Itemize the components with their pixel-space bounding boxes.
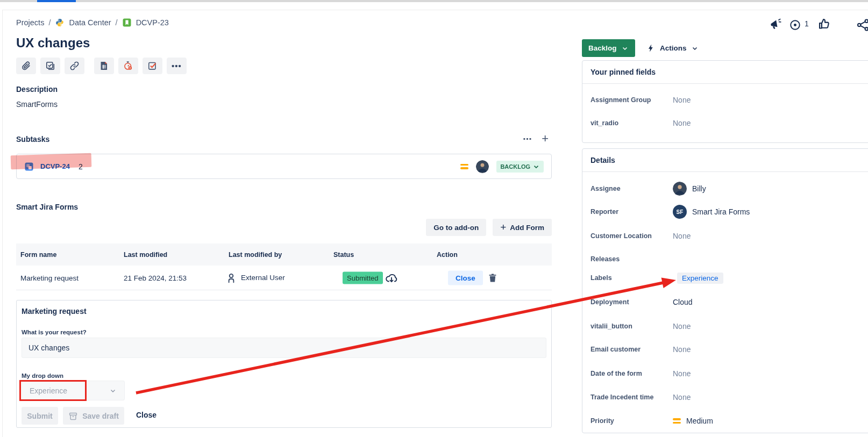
more-actions-button[interactable]: ••• bbox=[167, 58, 187, 74]
assignee-name: Billy bbox=[692, 184, 706, 193]
watch-count: 1 bbox=[805, 19, 809, 28]
col-action: Action bbox=[437, 251, 458, 259]
vote-button[interactable] bbox=[817, 17, 830, 31]
add-form-label: Add Form bbox=[510, 224, 544, 232]
col-last-modified-by: Last modified by bbox=[229, 251, 282, 259]
priority-value[interactable]: Medium bbox=[673, 417, 713, 425]
chevron-down-icon bbox=[621, 45, 629, 52]
subtask-status-dropdown[interactable]: BACKLOG bbox=[496, 161, 544, 173]
subtask-status-label: BACKLOG bbox=[500, 163, 530, 170]
subtask-row[interactable]: DCVP-24 2 BACKLOG bbox=[16, 154, 552, 179]
download-cloud-icon[interactable] bbox=[385, 271, 398, 284]
watch-button[interactable] bbox=[789, 19, 801, 31]
form-document-icon bbox=[99, 61, 109, 71]
request-input[interactable] bbox=[22, 338, 546, 358]
field-label: Email customer bbox=[590, 346, 673, 353]
dropdown-value: Experience bbox=[30, 386, 67, 395]
field-row-reporter: Reporter SF Smart Jira Forms bbox=[590, 205, 868, 219]
field-value[interactable]: None bbox=[673, 232, 691, 240]
goto-addon-button[interactable]: Go to add-on bbox=[426, 219, 486, 236]
subtasks-add-icon[interactable]: + bbox=[542, 133, 549, 144]
field-row-assignee: Assignee Billy bbox=[590, 182, 868, 196]
goto-addon-label: Go to add-on bbox=[433, 224, 479, 232]
attach-button[interactable] bbox=[16, 58, 36, 74]
top-border bbox=[0, 0, 868, 2]
table-row: Marketing request 21 Feb 2024, 21:53 Ext… bbox=[16, 266, 552, 290]
field-value[interactable]: None bbox=[673, 96, 691, 104]
field-row-vitalii-button: vitalii_button None bbox=[590, 319, 868, 333]
breadcrumb-separator: / bbox=[48, 18, 51, 27]
page-title[interactable]: UX changes bbox=[16, 35, 90, 51]
field-label: Customer Location bbox=[590, 232, 673, 240]
breadcrumb-projects[interactable]: Projects bbox=[16, 18, 44, 27]
tab-indicator bbox=[37, 0, 76, 2]
subtask-key-link[interactable]: DCVP-24 bbox=[40, 162, 70, 170]
my-dropdown-select[interactable]: Experience bbox=[22, 381, 125, 400]
field-label: vitalii_button bbox=[590, 323, 673, 330]
megaphone-icon bbox=[769, 18, 782, 31]
form-card-title: Marketing request bbox=[22, 307, 87, 316]
smart-forms-heading: Smart Jira Forms bbox=[16, 203, 78, 211]
subtasks-actions: ⋯ + bbox=[16, 133, 552, 144]
archive-box-icon bbox=[68, 411, 78, 421]
share-button[interactable] bbox=[856, 18, 868, 32]
approval-app-button[interactable] bbox=[143, 58, 162, 74]
checkbox-check-icon bbox=[147, 61, 158, 71]
feedback-button[interactable] bbox=[769, 18, 782, 31]
subtask-summary[interactable]: 2 bbox=[79, 162, 83, 171]
smart-forms-app-button[interactable] bbox=[94, 58, 114, 74]
field-label: Date of the form bbox=[590, 370, 673, 377]
field-value[interactable]: None bbox=[673, 393, 691, 402]
priority-medium-icon bbox=[673, 418, 681, 424]
breadcrumb-separator: / bbox=[116, 18, 118, 27]
breadcrumb-project[interactable]: Data Center bbox=[69, 18, 111, 27]
actions-dropdown-button[interactable]: Actions bbox=[646, 39, 699, 57]
forms-table: Form name Last modified Last modified by… bbox=[16, 243, 552, 290]
col-last-modified: Last modified bbox=[124, 251, 167, 259]
assignee-avatar bbox=[673, 182, 687, 196]
trash-icon[interactable] bbox=[487, 273, 498, 283]
assignee-value[interactable]: Billy bbox=[673, 182, 706, 196]
modified-by-name: External User bbox=[241, 274, 285, 282]
field-label: Assignee bbox=[590, 185, 673, 192]
field-value[interactable]: Cloud bbox=[673, 298, 693, 306]
field-value[interactable]: None bbox=[673, 345, 691, 354]
status-dropdown-button[interactable]: Backlog bbox=[582, 39, 635, 57]
labels-value[interactable]: Experience bbox=[677, 273, 723, 284]
modified-by-cell: External User bbox=[225, 272, 285, 284]
last-modified-cell: 21 Feb 2024, 21:53 bbox=[124, 274, 187, 282]
subtasks-more-icon[interactable]: ⋯ bbox=[523, 134, 532, 144]
close-form-button[interactable]: Close bbox=[448, 270, 483, 285]
field-value[interactable]: None bbox=[673, 369, 691, 378]
field-value[interactable]: None bbox=[673, 119, 691, 127]
reporter-value[interactable]: SF Smart Jira Forms bbox=[673, 205, 750, 219]
sla-timer-app-button[interactable] bbox=[118, 58, 138, 74]
save-draft-button[interactable]: Save draft bbox=[63, 407, 124, 425]
chevron-down-icon bbox=[532, 163, 540, 170]
description-body[interactable]: SmartForms bbox=[16, 100, 58, 109]
link-icon bbox=[69, 61, 80, 71]
field-row-deployment: Deployment Cloud bbox=[590, 295, 868, 309]
col-form-name: Form name bbox=[20, 251, 56, 259]
link-issue-button[interactable] bbox=[65, 58, 84, 74]
assignee-avatar[interactable] bbox=[476, 160, 489, 173]
left-divider bbox=[2, 10, 3, 437]
submit-button[interactable]: Submit bbox=[22, 407, 58, 425]
field-value[interactable]: None bbox=[673, 322, 691, 331]
field-label: Trade Incedent time bbox=[590, 393, 673, 401]
field-label: Priority bbox=[590, 417, 673, 425]
field-row-trade-incedent: Trade Incedent time None bbox=[590, 390, 868, 404]
add-form-button[interactable]: + Add Form bbox=[493, 219, 552, 236]
reporter-avatar: SF bbox=[673, 205, 687, 219]
lightning-icon bbox=[646, 44, 656, 53]
person-icon bbox=[225, 272, 237, 284]
form-name-cell: Marketing request bbox=[20, 274, 79, 282]
label-chip[interactable]: Experience bbox=[677, 273, 723, 284]
field-row-labels: Labels Experience bbox=[590, 271, 868, 285]
close-form-view-button[interactable]: Close bbox=[136, 411, 156, 419]
plus-icon: + bbox=[500, 221, 506, 233]
add-subtask-button[interactable] bbox=[40, 58, 60, 74]
field-label: Assignment Group bbox=[590, 96, 673, 104]
breadcrumb-issue-key[interactable]: DCVP-23 bbox=[136, 18, 169, 27]
reporter-name: Smart Jira Forms bbox=[692, 207, 750, 216]
